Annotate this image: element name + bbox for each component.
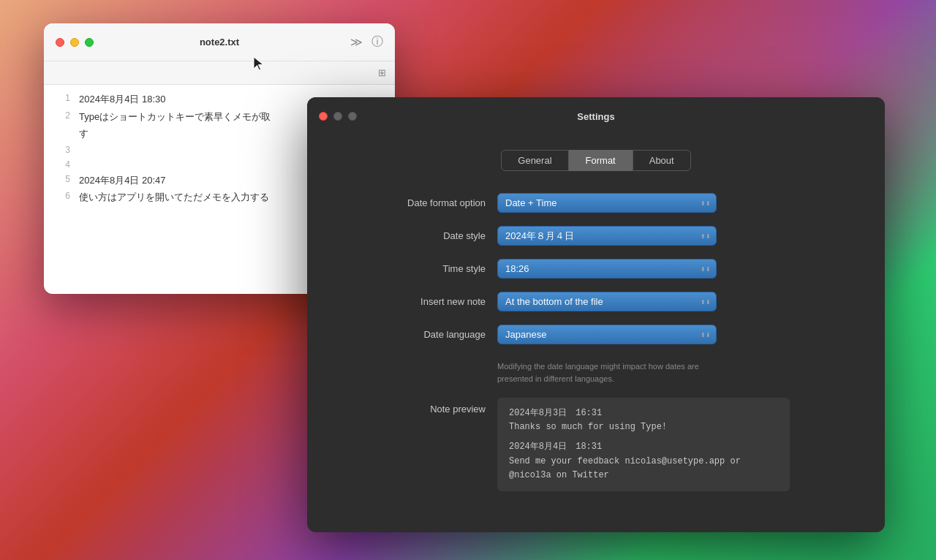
note-toolbar2: ⊞ <box>44 61 395 85</box>
layout-icon[interactable]: ⊞ <box>378 67 386 78</box>
maximize-button[interactable] <box>85 38 94 47</box>
insert-new-note-select[interactable]: At the bottom of the file At the top of … <box>497 292 717 311</box>
note-preview-label: Note preview <box>336 398 497 415</box>
note-toolbar-icons: ≫ ⓘ <box>350 34 383 50</box>
tab-general[interactable]: General <box>501 150 568 171</box>
settings-window-title: Settings <box>577 111 614 122</box>
language-hint-control: Modifying the date language might impact… <box>497 357 717 385</box>
line-text: 使い方はアプリを開いてただメモを入力する <box>79 190 269 205</box>
time-style-row: Time style 18:26 6:26 PM <box>336 259 856 279</box>
tab-format[interactable]: Format <box>569 150 633 171</box>
insert-new-note-select-wrapper: At the bottom of the file At the top of … <box>497 292 717 311</box>
line-text: 2024年8月4日 18:30 <box>79 92 166 107</box>
minimize-button[interactable] <box>70 38 79 47</box>
line-text: Typeはショートカットキーで素早くメモが取 <box>79 110 271 124</box>
note-window-title: note2.txt <box>200 37 239 48</box>
line-number: 5 <box>53 173 70 184</box>
note-titlebar: note2.txt ≫ ⓘ <box>44 23 395 61</box>
line-number: 2 <box>53 110 70 121</box>
settings-window: Settings General Format About Date forma… <box>307 97 885 532</box>
date-format-select[interactable]: Date + Time Date only Time only <box>497 193 717 213</box>
preview-line-5: @nicol3a on Twitter <box>509 469 778 483</box>
date-style-control: 2024年８月４日 2024/8/4 Aug 4, 2024 <box>497 226 717 246</box>
preview-spacer <box>509 434 778 440</box>
note-preview-row: Note preview 2024年8月3日 16:31 Thanks so m… <box>336 398 856 491</box>
insert-new-note-control: At the bottom of the file At the top of … <box>497 292 717 311</box>
line-number: 4 <box>53 159 70 170</box>
close-button[interactable] <box>56 38 64 47</box>
preview-line-4: Send me your feedback nicolas@usetype.ap… <box>509 455 778 469</box>
date-style-row: Date style 2024年８月４日 2024/8/4 Aug 4, 202… <box>336 226 856 246</box>
date-language-row: Date language Japanese English French Ge… <box>336 325 856 344</box>
time-style-select-wrapper: 18:26 6:26 PM <box>497 259 717 279</box>
chevron-right-icon[interactable]: ≫ <box>350 35 363 49</box>
tab-bar: General Format About <box>336 150 856 171</box>
preview-line-2: Thanks so much for using Type! <box>509 420 778 434</box>
time-style-label: Time style <box>336 263 497 274</box>
language-hint-row: Modifying the date language might impact… <box>336 357 856 385</box>
line-number: 1 <box>53 92 70 103</box>
traffic-lights <box>56 38 94 47</box>
line-number: 3 <box>53 144 70 155</box>
time-style-select[interactable]: 18:26 6:26 PM <box>497 259 717 279</box>
date-language-control: Japanese English French German <box>497 325 717 344</box>
tab-about[interactable]: About <box>633 150 691 171</box>
date-language-label: Date language <box>336 329 497 340</box>
info-icon[interactable]: ⓘ <box>371 34 383 50</box>
settings-close-button[interactable] <box>319 112 328 121</box>
date-style-label: Date style <box>336 230 497 241</box>
settings-body: General Format About Date format option … <box>307 135 885 513</box>
settings-minimize-button[interactable] <box>333 112 342 121</box>
settings-traffic-lights <box>319 112 357 121</box>
date-style-select-wrapper: 2024年８月４日 2024/8/4 Aug 4, 2024 <box>497 226 717 246</box>
line-text: 2024年8月4日 20:47 <box>79 173 166 188</box>
date-style-select[interactable]: 2024年８月４日 2024/8/4 Aug 4, 2024 <box>497 226 717 246</box>
settings-maximize-button[interactable] <box>348 112 357 121</box>
insert-new-note-label: Insert new note <box>336 296 497 307</box>
note-preview-box: 2024年8月3日 16:31 Thanks so much for using… <box>497 398 790 491</box>
date-language-select-wrapper: Japanese English French German <box>497 325 717 344</box>
line-number <box>53 126 70 127</box>
preview-line-3: 2024年8月4日 18:31 <box>509 440 778 454</box>
time-style-control: 18:26 6:26 PM <box>497 259 717 279</box>
date-format-label: Date format option <box>336 197 497 208</box>
insert-new-note-row: Insert new note At the bottom of the fil… <box>336 292 856 311</box>
date-format-row: Date format option Date + Time Date only… <box>336 193 856 213</box>
preview-line-1: 2024年8月3日 16:31 <box>509 406 778 420</box>
language-hint-text: Modifying the date language might impact… <box>497 360 717 385</box>
date-format-control: Date + Time Date only Time only <box>497 193 717 213</box>
line-number: 6 <box>53 190 70 201</box>
line-text: す <box>79 126 88 141</box>
date-language-select[interactable]: Japanese English French German <box>497 325 717 344</box>
settings-titlebar: Settings <box>307 97 885 135</box>
date-format-select-wrapper: Date + Time Date only Time only <box>497 193 717 213</box>
